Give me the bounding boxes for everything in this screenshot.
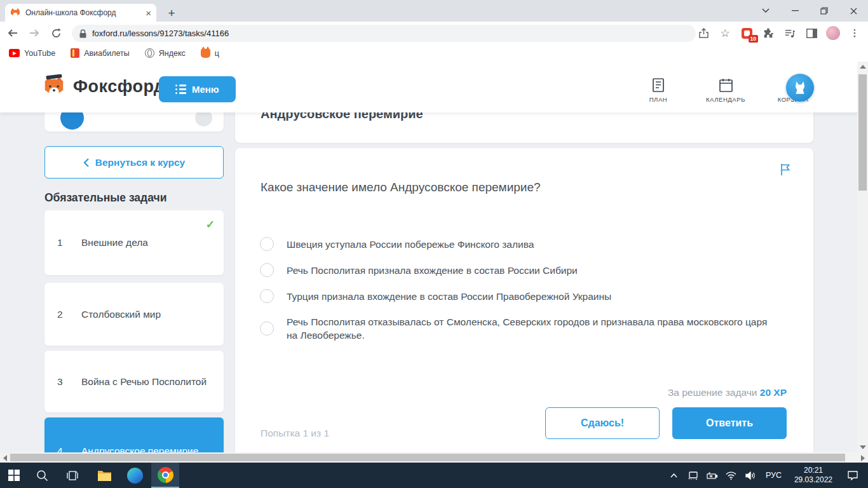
bookmark-tickets[interactable]: Авиабилеты	[71, 48, 130, 58]
profile-avatar[interactable]	[824, 24, 843, 43]
globe-icon	[145, 48, 154, 58]
sidebar-task-1[interactable]: ✓ 1 Внешние дела	[44, 210, 224, 275]
edge-button[interactable]	[121, 463, 149, 488]
task-number: 1	[57, 237, 64, 248]
brand[interactable]: Фоксфорд	[42, 74, 165, 98]
reward-text: За решение задачи 20 XP	[668, 387, 787, 398]
window-controls	[751, 0, 868, 22]
tray-wifi-icon[interactable]	[724, 463, 739, 488]
answer-option-2[interactable]: Речь Посполитая признала вхождение в сос…	[260, 263, 779, 277]
options-list: Швеция уступала России побережье Финског…	[260, 237, 779, 342]
adblock-extension-icon[interactable]: 10	[737, 24, 756, 43]
bookmark-yandex[interactable]: Яндекс	[145, 48, 186, 58]
windows-taskbar: РУС 20:21 29.03.2022	[0, 463, 868, 488]
horizontal-scroll-thumb[interactable]	[10, 454, 845, 461]
playlist-extension-icon[interactable]	[780, 24, 799, 43]
task-view-icon	[66, 470, 79, 481]
sidebar-task-3[interactable]: 3 Война с Речью Посполитой	[44, 351, 224, 412]
page-viewport: Андрусовское перемирие Вернуться к курсу…	[0, 62, 868, 463]
tickets-icon	[71, 48, 79, 58]
chrome-button-active[interactable]	[151, 463, 179, 488]
radio-button[interactable]	[260, 237, 274, 251]
youtube-icon	[9, 49, 20, 57]
start-button[interactable]	[0, 463, 28, 488]
browser-tab-strip: Онлайн-школа Фоксфорд × +	[0, 0, 868, 22]
bookmark-star-icon[interactable]: ☆	[715, 24, 735, 43]
answer-option-1[interactable]: Швеция уступала России побережье Финског…	[260, 237, 779, 251]
user-avatar[interactable]	[786, 74, 814, 102]
chrome-icon	[158, 467, 173, 483]
close-window-button[interactable]	[839, 0, 868, 22]
bookmark-youtube[interactable]: YouTube	[9, 49, 55, 58]
answer-option-3[interactable]: Турция признала вхождение в состав Росси…	[260, 289, 779, 303]
fox-icon	[201, 49, 210, 58]
taskbar-search-button[interactable]	[28, 463, 56, 488]
lock-icon	[79, 29, 86, 38]
task-number: 3	[57, 376, 64, 388]
question-text: Какое значение имело Андрусовское переми…	[261, 180, 541, 194]
radio-button[interactable]	[260, 289, 274, 303]
forward-icon[interactable]	[25, 24, 43, 42]
reload-icon[interactable]	[47, 24, 65, 42]
share-icon[interactable]	[694, 24, 713, 43]
nav-plan[interactable]: ПЛАН	[635, 78, 681, 103]
back-to-course-button[interactable]: Вернуться к курсу	[44, 146, 224, 179]
plan-icon	[651, 78, 665, 93]
minimize-button[interactable]	[780, 0, 810, 22]
task-label: Внешние дела	[81, 236, 148, 249]
vertical-scroll-thumb[interactable]	[858, 74, 867, 191]
tray-battery-icon[interactable]	[705, 463, 720, 488]
file-explorer-button[interactable]	[90, 463, 118, 488]
brand-name: Фоксфорд	[73, 77, 165, 97]
menu-list-icon	[175, 85, 186, 94]
flag-report-icon[interactable]	[779, 163, 793, 177]
restore-button[interactable]	[810, 0, 839, 22]
time: 20:21	[794, 466, 832, 475]
foxford-logo-icon	[42, 74, 66, 98]
site-header: Фоксфорд Меню ПЛАН КАЛЕНДАРЬ КОРЗИНА	[0, 62, 868, 112]
url-text[interactable]: foxford.ru/lessons/91273/tasks/41166	[92, 29, 229, 38]
option-label: Турция признала вхождение в состав Росси…	[287, 290, 611, 303]
tab-close-icon[interactable]: ×	[146, 8, 151, 18]
extensions-puzzle-icon[interactable]	[759, 24, 778, 43]
extension-badge: 10	[749, 35, 758, 43]
scroll-up-icon[interactable]	[860, 65, 866, 69]
clock[interactable]: 20:21 29.03.2022	[789, 466, 837, 485]
give-up-button[interactable]: Сдаюсь!	[545, 407, 660, 439]
horizontal-scrollbar[interactable]	[0, 452, 868, 463]
attempt-counter: Попытка 1 из 1	[261, 428, 329, 439]
toolbar-right-icons: ☆ 10 ⋮	[694, 22, 864, 44]
new-tab-button[interactable]: +	[163, 4, 180, 22]
scroll-down-icon[interactable]	[860, 445, 866, 449]
sidepanel-icon[interactable]	[802, 24, 821, 43]
menu-button[interactable]: Меню	[159, 76, 236, 102]
calendar-icon	[719, 78, 733, 93]
answer-button[interactable]: Ответить	[672, 407, 787, 439]
address-bar[interactable]: foxford.ru/lessons/91273/tasks/41166	[72, 25, 696, 42]
action-center-icon[interactable]	[841, 463, 864, 488]
task-view-button[interactable]	[58, 463, 86, 488]
nav-calendar[interactable]: КАЛЕНДАРЬ	[703, 78, 749, 103]
tab-search-icon[interactable]	[751, 0, 780, 22]
tray-display-icon[interactable]	[686, 463, 701, 488]
menu-dots-icon[interactable]: ⋮	[845, 24, 864, 43]
bookmark-fox[interactable]: ц	[201, 49, 219, 58]
sidebar-task-2[interactable]: 2 Столбовский мир	[44, 283, 224, 346]
sidebar-section-title: Обязательные задачи	[44, 191, 166, 205]
answer-option-4[interactable]: Речь Посполитая отказывалась от Смоленск…	[260, 315, 779, 342]
browser-tab[interactable]: Онлайн-школа Фоксфорд ×	[5, 4, 156, 22]
vertical-scrollbar[interactable]	[857, 62, 868, 452]
tab-title: Онлайн-школа Фоксфорд	[25, 8, 140, 17]
option-label: Речь Посполитая признала вхождение в сос…	[287, 264, 578, 277]
tray-chevron-up-icon[interactable]	[667, 463, 682, 488]
radio-button[interactable]	[260, 263, 274, 277]
back-icon[interactable]	[4, 24, 22, 42]
radio-button[interactable]	[260, 322, 274, 336]
language-indicator[interactable]: РУС	[762, 471, 785, 480]
scroll-left-icon[interactable]	[3, 455, 7, 461]
windows-logo-icon	[8, 470, 20, 481]
date: 29.03.2022	[794, 475, 832, 485]
scroll-right-icon[interactable]	[861, 455, 865, 461]
task-label: Столбовский мир	[81, 308, 161, 321]
tray-volume-icon[interactable]	[743, 463, 758, 488]
